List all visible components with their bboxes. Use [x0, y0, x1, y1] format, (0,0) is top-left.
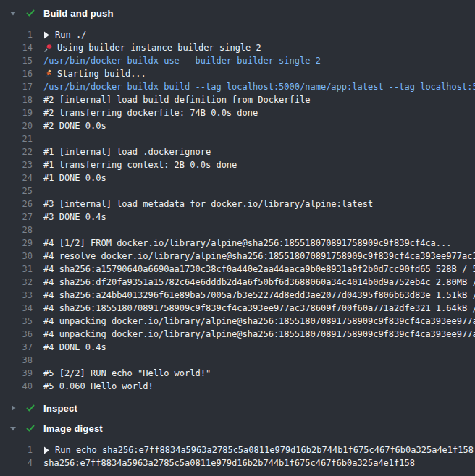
log-text-content: #4 DONE 0.4s: [43, 341, 106, 354]
log-text: #4 sha256:a15790640a6690aa1730c38cf0a440…: [43, 263, 475, 276]
line-number[interactable]: 36: [0, 328, 33, 341]
log-line: 1Run ./: [0, 28, 475, 41]
log-line: 14Using builder instance builder-single-…: [0, 41, 475, 54]
log-line: 21: [0, 132, 475, 145]
log-text: #4 DONE 0.4s: [43, 341, 475, 354]
section-header-inspect[interactable]: Inspect: [0, 398, 475, 418]
log-line: 25: [0, 184, 475, 197]
pushpin-icon: [43, 43, 53, 53]
line-number[interactable]: 21: [0, 132, 33, 145]
caret-right-icon: [9, 404, 17, 412]
line-number[interactable]: 32: [0, 276, 33, 289]
line-number[interactable]: 28: [0, 224, 33, 237]
line-number[interactable]: 38: [0, 354, 33, 367]
log-text: #4 sha256:185518070891758909c9f839cf4ca3…: [43, 302, 475, 315]
log-line: 26#3 [internal] load metadata for docker…: [0, 197, 475, 211]
line-number[interactable]: 14: [0, 41, 33, 54]
log-text-content: Run ./: [55, 28, 86, 41]
line-number[interactable]: 23: [0, 158, 33, 171]
log-text-content: #4 unpacking docker.io/library/alpine@sh…: [43, 328, 475, 341]
log-text: #3 [internal] load metadata for docker.i…: [43, 197, 475, 211]
line-number[interactable]: 15: [0, 54, 33, 67]
log-text-content: sha256:e7ff8834a5963a2785c5a0811e979d16b…: [43, 456, 415, 469]
log-text-content: #2 [internal] load build definition from…: [43, 93, 310, 106]
line-number[interactable]: 35: [0, 315, 33, 328]
log-text: [43, 184, 475, 197]
log-text: #4 [1/2] FROM docker.io/library/alpine@s…: [43, 237, 475, 250]
log-line: 23#1 transferring context: 2B 0.0s done: [0, 158, 475, 171]
line-number[interactable]: 24: [0, 171, 33, 184]
run-expander-icon[interactable]: [43, 31, 50, 39]
section-header-image-digest[interactable]: Image digest: [0, 418, 475, 438]
line-number[interactable]: 25: [0, 184, 33, 197]
section-header-build-and-push[interactable]: Build and push: [0, 3, 475, 23]
log-text-content: #1 [internal] load .dockerignore: [43, 145, 211, 158]
log-text: Run echo sha256:e7ff8834a5963a2785c5a081…: [43, 443, 475, 456]
line-number[interactable]: 18: [0, 93, 33, 106]
caret-down-icon: [9, 9, 17, 17]
line-number[interactable]: 22: [0, 145, 33, 158]
log-line: 24#1 DONE 0.0s: [0, 171, 475, 184]
line-number[interactable]: 39: [0, 367, 33, 380]
line-number[interactable]: 34: [0, 302, 33, 315]
log-text-content: /usr/bin/docker buildx build --tag local…: [43, 80, 475, 93]
line-number[interactable]: 1: [0, 28, 33, 41]
log-text: #5 0.060 Hello world!: [43, 380, 475, 393]
log-text-content: #1 DONE 0.0s: [43, 171, 106, 184]
line-number[interactable]: 37: [0, 341, 33, 354]
workflow-log-viewer: Build and push1Run ./14Using builder ins…: [0, 0, 475, 475]
section-title: Inspect: [43, 403, 77, 414]
status-box: [25, 423, 36, 433]
log-line: 20#2 DONE 0.0s: [0, 119, 475, 132]
log-text-content: #4 [1/2] FROM docker.io/library/alpine@s…: [43, 237, 452, 250]
log-text-content: #1 transferring context: 2B 0.0s done: [43, 158, 237, 171]
line-number[interactable]: 30: [0, 250, 33, 263]
check-icon: [25, 423, 35, 433]
line-number[interactable]: 40: [0, 380, 33, 393]
section-content: 1Run ./14Using builder instance builder-…: [0, 23, 475, 398]
log-text: #4 resolve docker.io/library/alpine@sha2…: [43, 250, 475, 263]
line-number[interactable]: 31: [0, 263, 33, 276]
log-text: #5 [2/2] RUN echo "Hello world!": [43, 367, 475, 380]
log-text: #4 sha256:df20fa9351a15782c64e6dddb2d4a6…: [43, 276, 475, 289]
log-line: 30#4 resolve docker.io/library/alpine@sh…: [0, 250, 475, 263]
log-text-content: #2 DONE 0.0s: [43, 119, 106, 132]
log-line: 4sha256:e7ff8834a5963a2785c5a0811e979d16…: [0, 456, 475, 469]
log-line: 37#4 DONE 0.4s: [0, 341, 475, 354]
check-icon: [25, 8, 35, 18]
log-line: 34#4 sha256:185518070891758909c9f839cf4c…: [0, 302, 475, 315]
log-line: 27#3 DONE 0.4s: [0, 211, 475, 224]
log-text: #4 unpacking docker.io/library/alpine@sh…: [43, 328, 475, 341]
log-line: 18#2 [internal] load build definition fr…: [0, 93, 475, 106]
line-number[interactable]: 17: [0, 80, 33, 93]
line-number[interactable]: 16: [0, 67, 33, 80]
log-line: 15/usr/bin/docker buildx use --builder b…: [0, 54, 475, 67]
log-text: #1 DONE 0.0s: [43, 171, 475, 184]
line-number[interactable]: 33: [0, 289, 33, 302]
line-number[interactable]: 29: [0, 237, 33, 250]
line-number[interactable]: 20: [0, 119, 33, 132]
log-text: #1 transferring context: 2B 0.0s done: [43, 158, 475, 171]
log-text-content: #4 sha256:a15790640a6690aa1730c38cf0a440…: [43, 263, 475, 276]
run-expander-icon[interactable]: [43, 446, 50, 454]
log-text-content: #4 sha256:df20fa9351a15782c64e6dddb2d4a6…: [43, 276, 475, 289]
log-line: 16Starting build...: [0, 67, 475, 80]
log-line: 40#5 0.060 Hello world!: [0, 380, 475, 393]
log-line: 35#4 unpacking docker.io/library/alpine@…: [0, 315, 475, 328]
line-number[interactable]: 19: [0, 106, 33, 119]
status-box: [25, 8, 36, 18]
line-number[interactable]: 27: [0, 211, 33, 224]
line-number[interactable]: 4: [0, 456, 33, 469]
log-line: 32#4 sha256:df20fa9351a15782c64e6dddb2d4…: [0, 276, 475, 289]
line-number[interactable]: 1: [0, 443, 33, 456]
caret-box: [7, 9, 19, 17]
log-text: #2 [internal] load build definition from…: [43, 93, 475, 106]
log-text-content: #5 [2/2] RUN echo "Hello world!": [43, 367, 211, 380]
log-text-content: #4 resolve docker.io/library/alpine@sha2…: [43, 250, 475, 263]
log-text: #1 [internal] load .dockerignore: [43, 145, 475, 158]
log-text: Starting build...: [43, 67, 475, 80]
log-line: 38: [0, 354, 475, 367]
log-line: 36#4 unpacking docker.io/library/alpine@…: [0, 328, 475, 341]
check-icon: [25, 403, 35, 413]
line-number[interactable]: 26: [0, 197, 33, 211]
